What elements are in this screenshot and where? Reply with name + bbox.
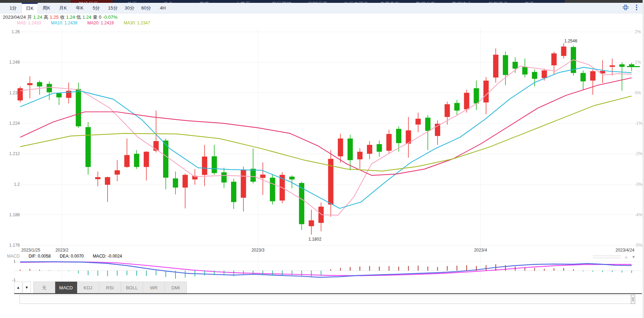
price-gridlines: [18, 32, 633, 245]
candle[interactable]: [493, 48, 499, 83]
candle[interactable]: [474, 81, 479, 110]
candle[interactable]: [444, 102, 450, 125]
svg-text:2023/1/25: 2023/1/25: [21, 248, 40, 253]
candle[interactable]: [367, 141, 372, 159]
candle[interactable]: [212, 145, 217, 175]
indicator-tab-BOLL[interactable]: BOLL: [121, 282, 143, 293]
pane-down-icon[interactable]: ▼: [632, 255, 636, 259]
svg-text:1.1802: 1.1802: [309, 237, 322, 242]
candle[interactable]: [406, 117, 411, 158]
indicator-down-button[interactable]: ▼: [23, 282, 31, 293]
candle[interactable]: [376, 141, 382, 157]
svg-text:1.26: 1.26: [12, 29, 20, 34]
candle[interactable]: [105, 177, 110, 202]
candle[interactable]: [47, 81, 52, 100]
svg-text:1: 1: [13, 259, 16, 264]
candle[interactable]: [483, 77, 489, 114]
indicator-tab-DMI[interactable]: DMI: [165, 282, 187, 293]
candlestick-layer[interactable]: [18, 43, 634, 235]
candle[interactable]: [86, 122, 91, 175]
candle[interactable]: [357, 148, 363, 169]
percent-axis-labels: 2%1%0%-1%-2%-3%-4%-5%: [635, 29, 643, 248]
svg-text:2023/4/24: 2023/4/24: [616, 248, 635, 253]
kline-chart-app: 财经日历外汇黄金期货人民币银行理财实时汇率外汇中间价专家专栏数据分析数据中心机构…: [0, 0, 644, 318]
candle[interactable]: [202, 145, 207, 186]
macd-dea-value: DEA: 0.0070: [60, 254, 84, 259]
svg-text:0%: 0%: [635, 90, 641, 95]
svg-text:1.212: 1.212: [9, 151, 20, 156]
svg-text:-2%: -2%: [635, 151, 643, 156]
candle[interactable]: [580, 70, 586, 90]
navigator-range-handle[interactable]: [631, 295, 635, 304]
svg-text:1.224: 1.224: [9, 121, 20, 126]
candle[interactable]: [415, 113, 421, 132]
candle[interactable]: [144, 151, 149, 181]
macd-macd-value: MACD: -0.0024: [93, 254, 122, 259]
svg-text:1.2: 1.2: [14, 182, 20, 187]
indicator-up-button[interactable]: ▲: [14, 282, 22, 293]
candle[interactable]: [435, 120, 440, 145]
svg-text:1.2546: 1.2546: [564, 39, 577, 43]
svg-text:2023/3: 2023/3: [252, 248, 265, 253]
indicator-tab-WR[interactable]: WR: [143, 282, 165, 293]
svg-text:1.188: 1.188: [9, 212, 20, 217]
indicator-tab-MACD[interactable]: MACD: [55, 282, 77, 293]
candle[interactable]: [66, 83, 71, 104]
svg-text:-5%: -5%: [635, 243, 643, 248]
timeline-navigator[interactable]: [19, 295, 635, 304]
candle[interactable]: [260, 163, 265, 195]
macd-title: MACD: [7, 254, 19, 259]
candle[interactable]: [124, 139, 130, 168]
ma-line-MA5: [20, 60, 632, 215]
candle[interactable]: [95, 172, 100, 187]
candle[interactable]: [522, 59, 528, 78]
indicator-tab-KDJ[interactable]: KDJ: [77, 282, 99, 293]
candle[interactable]: [222, 168, 227, 188]
candle[interactable]: [270, 174, 275, 205]
candle[interactable]: [600, 60, 605, 83]
candle[interactable]: [503, 52, 508, 85]
candle[interactable]: [27, 76, 33, 99]
price-axis-labels: 1.261.2481.2361.2241.2121.21.1881.176: [9, 29, 20, 248]
svg-text:-1%: -1%: [635, 121, 643, 126]
indicator-tab-RSI[interactable]: RSI: [99, 282, 121, 293]
date-axis-labels: 2023/1/252023/22023/32023/42023/4/24: [21, 248, 634, 253]
candle[interactable]: [619, 62, 625, 91]
candle[interactable]: [231, 179, 236, 209]
candle[interactable]: [309, 210, 314, 234]
candle[interactable]: [183, 173, 188, 208]
pane-up-icon[interactable]: ▲: [624, 255, 628, 259]
pane-drag-handle[interactable]: [593, 255, 621, 258]
svg-text:-4%: -4%: [635, 212, 643, 217]
svg-text:1.176: 1.176: [9, 243, 20, 248]
candle[interactable]: [561, 43, 567, 58]
candle[interactable]: [610, 59, 615, 76]
candle[interactable]: [454, 100, 460, 116]
svg-text:-3%: -3%: [635, 182, 643, 187]
ma-lines: [20, 60, 632, 215]
candle[interactable]: [386, 130, 392, 153]
svg-text:1%: 1%: [635, 60, 641, 65]
ma-line-MA20: [20, 78, 632, 175]
ma-line-MA10: [20, 67, 632, 208]
candle[interactable]: [56, 93, 62, 105]
candle[interactable]: [134, 150, 139, 169]
candle[interactable]: [328, 150, 333, 217]
candle[interactable]: [590, 69, 596, 95]
candle[interactable]: [512, 57, 518, 73]
svg-text:2023/2: 2023/2: [56, 248, 69, 253]
candle[interactable]: [115, 160, 120, 181]
navigator-separator: [14, 293, 642, 294]
indicator-tab-无[interactable]: 无: [33, 282, 55, 293]
candle[interactable]: [18, 87, 23, 102]
candle[interactable]: [173, 172, 178, 195]
month-gridlines: [62, 28, 481, 281]
svg-text:2023/4: 2023/4: [474, 248, 487, 253]
main-chart-svg[interactable]: 1.261.2481.2361.2241.2121.21.1881.1762%1…: [0, 0, 644, 318]
indicator-tabs: 无MACDKDJRSIBOLLWRDMI: [33, 282, 187, 293]
macd-pane: 1-1: [12, 259, 642, 282]
macd-pane-controls: ▲ ▼: [593, 255, 636, 259]
svg-text:1.248: 1.248: [9, 60, 20, 65]
candle[interactable]: [241, 166, 246, 211]
candle[interactable]: [318, 202, 324, 231]
